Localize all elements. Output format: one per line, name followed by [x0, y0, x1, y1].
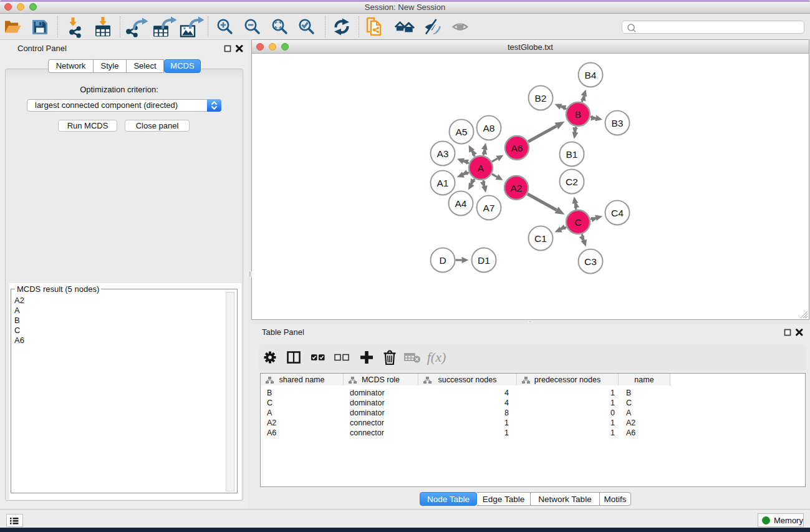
- svg-text:B2: B2: [535, 93, 547, 104]
- svg-text:B: B: [575, 109, 581, 120]
- svg-text:A7: A7: [483, 203, 495, 213]
- svg-text:D: D: [439, 255, 446, 266]
- svg-text:C: C: [574, 217, 581, 228]
- svg-text:A4: A4: [455, 198, 467, 209]
- svg-text:B3: B3: [612, 118, 624, 128]
- svg-text:C2: C2: [566, 177, 578, 187]
- svg-text:A: A: [478, 163, 485, 173]
- svg-text:D1: D1: [478, 255, 490, 266]
- svg-text:A1: A1: [437, 178, 449, 188]
- svg-text:B1: B1: [566, 149, 578, 160]
- svg-text:A2: A2: [511, 183, 523, 193]
- svg-text:A3: A3: [437, 148, 449, 159]
- svg-text:C3: C3: [584, 256, 597, 267]
- svg-text:A5: A5: [456, 127, 468, 137]
- svg-text:C4: C4: [611, 208, 624, 218]
- svg-text:A6: A6: [511, 143, 523, 153]
- svg-text:C1: C1: [534, 233, 547, 244]
- svg-text:f(x): f(x): [427, 349, 446, 365]
- svg-text:B4: B4: [585, 70, 597, 80]
- svg-text:A8: A8: [483, 123, 495, 133]
